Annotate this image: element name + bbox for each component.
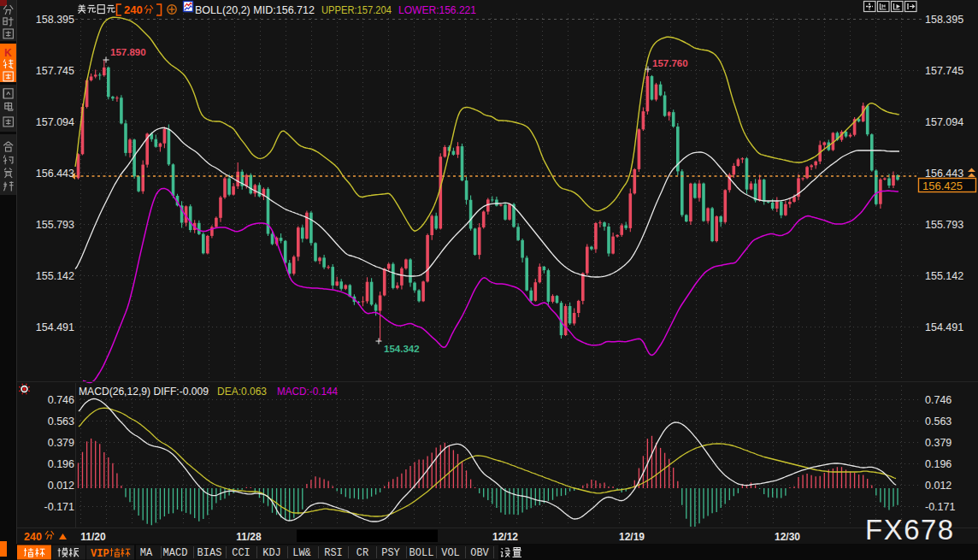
svg-text:MACD: MACD xyxy=(163,547,188,559)
svg-text:PSY: PSY xyxy=(381,547,400,559)
svg-text:154.491: 154.491 xyxy=(36,321,74,333)
svg-text:154.491: 154.491 xyxy=(925,321,963,333)
svg-text:KDJ: KDJ xyxy=(262,547,281,559)
svg-text:BIAS: BIAS xyxy=(197,547,222,559)
svg-text:CCI: CCI xyxy=(232,547,250,559)
svg-text:FX678: FX678 xyxy=(865,514,955,545)
svg-text:LOWER:156.221: LOWER:156.221 xyxy=(398,4,476,16)
svg-text:12/19: 12/19 xyxy=(619,531,645,543)
svg-text:VIP: VIP xyxy=(91,548,109,560)
svg-text:157.890: 157.890 xyxy=(110,47,146,57)
svg-text:240: 240 xyxy=(24,531,42,543)
svg-text:DEA:0.063: DEA:0.063 xyxy=(217,386,267,398)
svg-text:0.379: 0.379 xyxy=(925,437,951,449)
svg-text:K: K xyxy=(4,47,12,59)
svg-text:OBV: OBV xyxy=(470,547,489,559)
svg-text:156.443: 156.443 xyxy=(925,168,963,180)
svg-text:11/20: 11/20 xyxy=(80,531,106,543)
svg-text:CR: CR xyxy=(356,547,368,559)
svg-text:MACD:-0.144: MACD:-0.144 xyxy=(277,386,338,398)
svg-text:155.793: 155.793 xyxy=(925,219,963,231)
svg-text:0.012: 0.012 xyxy=(925,480,951,492)
svg-text:0.563: 0.563 xyxy=(925,416,951,427)
svg-text:RSI: RSI xyxy=(324,547,343,559)
svg-text:LW&: LW& xyxy=(292,547,311,559)
svg-text:UPPER:157.204: UPPER:157.204 xyxy=(321,4,392,16)
svg-text:0.746: 0.746 xyxy=(48,394,74,406)
svg-text:155.793: 155.793 xyxy=(36,219,74,231)
svg-text:158.395: 158.395 xyxy=(36,14,74,26)
svg-text:BOLL(20,2) MID:156.712: BOLL(20,2) MID:156.712 xyxy=(195,4,315,16)
svg-text:MACD(26,12,9) DIFF:-0.009: MACD(26,12,9) DIFF:-0.009 xyxy=(79,386,209,398)
svg-text:0.563: 0.563 xyxy=(48,416,74,427)
svg-text:156.425: 156.425 xyxy=(922,180,963,192)
svg-text:157.094: 157.094 xyxy=(925,116,963,128)
svg-text:-0.171: -0.171 xyxy=(925,501,955,513)
svg-text:155.142: 155.142 xyxy=(36,270,74,282)
svg-text:157.094: 157.094 xyxy=(36,116,74,128)
svg-text:0.379: 0.379 xyxy=(48,437,74,449)
svg-text:155.142: 155.142 xyxy=(925,270,963,282)
svg-text:0.746: 0.746 xyxy=(925,394,951,406)
svg-text:VOL: VOL xyxy=(441,547,460,559)
svg-text:156.443: 156.443 xyxy=(36,168,74,180)
svg-text:0.196: 0.196 xyxy=(48,458,74,470)
svg-text:240: 240 xyxy=(124,3,143,16)
svg-text:154.342: 154.342 xyxy=(384,344,420,354)
svg-text:-0.171: -0.171 xyxy=(44,501,74,513)
svg-text:MA: MA xyxy=(140,547,153,559)
svg-text:157.745: 157.745 xyxy=(36,65,74,77)
svg-text:158.395: 158.395 xyxy=(925,14,963,26)
svg-text:157.745: 157.745 xyxy=(925,65,963,77)
svg-text:11/28: 11/28 xyxy=(236,531,262,543)
svg-text:12/30: 12/30 xyxy=(775,531,800,543)
svg-text:157.760: 157.760 xyxy=(652,58,688,68)
svg-text:BOLL: BOLL xyxy=(409,547,434,559)
svg-text:0.012: 0.012 xyxy=(48,480,74,492)
svg-text:12/12: 12/12 xyxy=(492,531,518,543)
svg-text:0.196: 0.196 xyxy=(925,458,951,470)
